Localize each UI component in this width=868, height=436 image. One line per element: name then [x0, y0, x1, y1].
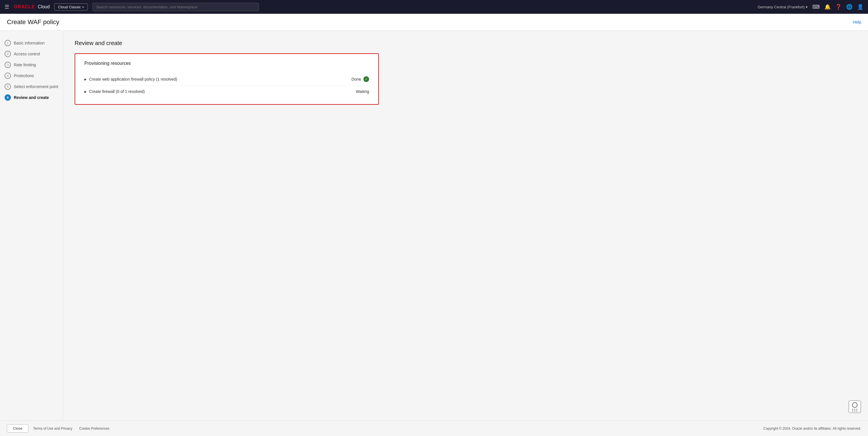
sidebar-label-review-and-create: Review and create — [14, 95, 49, 100]
sidebar-label-protections: Protections — [14, 73, 34, 78]
step-6-circle: 6 — [5, 94, 11, 101]
sidebar-label-select-enforcement-point: Select enforcement point — [14, 84, 58, 89]
done-check-icon: ✓ — [363, 76, 369, 82]
provisioning-row-firewall: ▶ Create firewall (0 of 1 resolved) Wait… — [84, 86, 369, 97]
help-dot-2 — [854, 409, 856, 410]
bell-icon[interactable]: 🔔 — [825, 4, 831, 10]
provisioning-status-waf-policy: Done ✓ — [352, 76, 369, 82]
help-link[interactable]: Help — [853, 20, 861, 24]
sidebar-item-rate-limiting[interactable]: 3 Rate limiting — [0, 59, 63, 70]
region-selector[interactable]: Germany Central (Frankfurt) ▾ — [758, 5, 808, 9]
expand-arrow-firewall-icon[interactable]: ▶ — [84, 90, 87, 93]
step-3-circle: 3 — [5, 62, 11, 68]
step-2-circle: 2 — [5, 51, 11, 57]
help-widget[interactable] — [848, 400, 861, 413]
provisioning-status-waiting-label: Waiting — [356, 89, 369, 94]
global-search-input[interactable] — [92, 3, 259, 11]
provisioning-row-waf-policy: ▶ Create web application firewall policy… — [84, 73, 369, 86]
terms-link[interactable]: Terms of Use and Privacy — [33, 427, 72, 431]
region-label: Germany Central (Frankfurt) — [758, 5, 805, 9]
provisioning-status-done-label: Done — [352, 77, 361, 81]
sidebar-item-review-and-create[interactable]: 6 Review and create — [0, 92, 63, 103]
sidebar-label-rate-limiting: Rate limiting — [14, 63, 36, 67]
topnav-right: Germany Central (Frankfurt) ▾ ⌨ 🔔 ❓ 🌐 👤 — [758, 4, 863, 10]
footer-left: Close Terms of Use and Privacy Cookie Pr… — [7, 424, 110, 433]
sidebar-item-select-enforcement-point[interactable]: 5 Select enforcement point — [0, 81, 63, 92]
help-dot-5 — [854, 410, 856, 412]
expand-arrow-waf-policy-icon[interactable]: ▶ — [84, 78, 87, 81]
footer-links: Terms of Use and Privacy Cookie Preferen… — [33, 427, 110, 431]
user-avatar[interactable]: 👤 — [857, 4, 863, 10]
region-chevron-icon: ▾ — [806, 5, 808, 9]
help-widget-ring-icon — [852, 402, 858, 408]
page-title: Create WAF policy — [7, 19, 59, 26]
footer: Close Terms of Use and Privacy Cookie Pr… — [0, 421, 868, 436]
sidebar-item-protections[interactable]: 4 Protections — [0, 70, 63, 81]
main-layout: 1 Basic information 2 Access control 3 R… — [0, 31, 868, 421]
cloud-text: Cloud — [38, 4, 50, 9]
provisioning-item-waf-policy-label: Create web application firewall policy (… — [89, 77, 177, 81]
menu-icon[interactable]: ☰ — [5, 4, 9, 10]
help-dot-1 — [852, 409, 854, 410]
help-widget-dots-icon — [852, 409, 858, 412]
oracle-logo: ORACLE Cloud — [14, 4, 50, 9]
sidebar-item-access-control[interactable]: 2 Access control — [0, 48, 63, 59]
code-icon[interactable]: ⌨ — [812, 4, 820, 10]
help-circle-icon[interactable]: ❓ — [835, 4, 842, 10]
sidebar: 1 Basic information 2 Access control 3 R… — [0, 31, 63, 421]
close-button[interactable]: Close — [7, 424, 28, 433]
provisioning-title: Provisioning resources — [84, 61, 369, 66]
sidebar-label-access-control: Access control — [14, 52, 40, 56]
provisioning-box: Provisioning resources ▶ Create web appl… — [74, 53, 379, 105]
content-area: Review and create Provisioning resources… — [63, 31, 868, 421]
step-4-circle: 4 — [5, 73, 11, 79]
help-dot-6 — [856, 410, 857, 412]
help-dot-3 — [856, 409, 857, 410]
section-title: Review and create — [74, 40, 857, 46]
oracle-text: ORACLE — [14, 4, 35, 9]
cloud-classic-button[interactable]: Cloud Classic > — [54, 3, 88, 11]
step-1-circle: 1 — [5, 40, 11, 46]
globe-icon[interactable]: 🌐 — [846, 4, 852, 10]
provisioning-item-waf-policy-left: ▶ Create web application firewall policy… — [84, 77, 177, 81]
sidebar-label-basic-information: Basic information — [14, 41, 44, 45]
cookie-preferences-link[interactable]: Cookie Preferences — [79, 427, 110, 431]
provisioning-item-firewall-left: ▶ Create firewall (0 of 1 resolved) — [84, 89, 145, 94]
step-5-circle: 5 — [5, 83, 11, 90]
footer-copyright: Copyright © 2024, Oracle and/or its affi… — [763, 427, 861, 431]
help-dot-4 — [852, 410, 854, 412]
topnav: ☰ ORACLE Cloud Cloud Classic > Germany C… — [0, 0, 868, 14]
page-header: Create WAF policy Help — [0, 14, 868, 31]
provisioning-item-firewall-label: Create firewall (0 of 1 resolved) — [89, 89, 145, 94]
provisioning-status-firewall: Waiting — [356, 89, 369, 94]
sidebar-item-basic-information[interactable]: 1 Basic information — [0, 38, 63, 48]
